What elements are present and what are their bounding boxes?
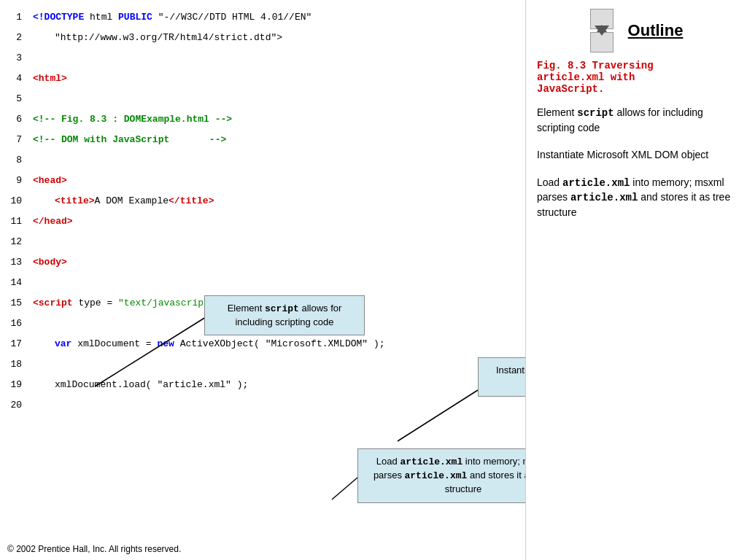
callout-script: Element script allows for including scri… [204, 295, 365, 335]
code-line-9: 9 <head> [0, 171, 525, 191]
line-content: <!DOCTYPE html PUBLIC "-//W3C//DTD HTML … [29, 7, 525, 28]
code-line-17: 17 var xmlDocument = new ActiveXObject( … [0, 334, 525, 354]
line-number: 2 [0, 28, 29, 48]
code-line-10: 10 <title>A DOM Example</title> [0, 191, 525, 211]
line-content: <html> [29, 69, 525, 89]
outline-item-1: Element script allows for including scri… [537, 106, 736, 135]
line-number: 10 [0, 191, 29, 211]
code-line-18: 18 [0, 354, 525, 375]
nav-down-button[interactable] [590, 32, 614, 52]
fig-caption-line3: JavaScript. [537, 83, 604, 95]
line-number: 7 [0, 130, 29, 150]
line-number: 14 [0, 273, 29, 293]
svg-line-2 [332, 478, 357, 499]
line-content: var xmlDocument = new ActiveXObject( "Mi… [29, 334, 525, 354]
outline-panel: Outline Fig. 8.3 Traversing article.xml … [525, 0, 747, 560]
line-number: 3 [0, 48, 29, 69]
code-line-4: 4 <html> [0, 69, 525, 89]
outline-header: Outline [537, 7, 736, 54]
arrow-down-icon [595, 36, 609, 49]
line-number: 11 [0, 211, 29, 232]
line-content: "http://www.w3.org/TR/html4/strict.dtd"> [29, 28, 525, 48]
fig-caption-line1: Fig. 8.3 Traversing [537, 60, 654, 71]
fig-caption-line2: article.xml with [537, 71, 635, 83]
code-line-11: 11 </head> [0, 211, 525, 232]
line-number: 5 [0, 89, 29, 109]
line-number: 15 [0, 293, 29, 314]
code-line-13: 13 <body> [0, 252, 525, 273]
arrow-up-icon [595, 12, 609, 26]
outline-item-3: Load article.xml into memory; msxml pars… [537, 176, 736, 220]
outline-title: Outline [628, 21, 684, 40]
line-content: <!-- DOM with JavaScript --> [29, 130, 525, 150]
fig-caption: Fig. 8.3 Traversing article.xml with Jav… [537, 60, 736, 95]
main-container: 1 <!DOCTYPE html PUBLIC "-//W3C//DTD HTM… [0, 0, 747, 560]
line-number: 1 [0, 7, 29, 28]
line-number: 18 [0, 354, 29, 375]
line-content: <head> [29, 171, 525, 191]
line-number: 12 [0, 232, 29, 252]
code-line-14: 14 [0, 273, 525, 293]
code-line-20: 20 [0, 395, 525, 416]
code-line-7: 7 <!-- DOM with JavaScript --> [0, 130, 525, 150]
line-content: xmlDocument.load( "article.xml" ); [29, 375, 525, 395]
code-line-1: 1 <!DOCTYPE html PUBLIC "-//W3C//DTD HTM… [0, 7, 525, 28]
line-number: 8 [0, 150, 29, 171]
outline-items: Element script allows for including scri… [537, 106, 736, 220]
code-panel: 1 <!DOCTYPE html PUBLIC "-//W3C//DTD HTM… [0, 0, 525, 560]
callout-dom: Instantiate Microsoft XML DOM object [478, 357, 525, 397]
line-number: 4 [0, 69, 29, 89]
code-line-19: 19 xmlDocument.load( "article.xml" ); [0, 375, 525, 395]
code-line-2: 2 "http://www.w3.org/TR/html4/strict.dtd… [0, 28, 525, 48]
outline-item-2: Instantiate Microsoft XML DOM object [537, 148, 736, 163]
line-number: 13 [0, 252, 29, 273]
code-line-6: 6 <!-- Fig. 8.3 : DOMExample.html --> [0, 109, 525, 130]
line-number: 17 [0, 334, 29, 354]
line-number: 16 [0, 314, 29, 334]
line-content: <body> [29, 252, 525, 273]
line-number: 20 [0, 395, 29, 416]
line-number: 9 [0, 171, 29, 191]
code-line-8: 8 [0, 150, 525, 171]
code-line-5: 5 [0, 89, 525, 109]
code-line-12: 12 [0, 232, 525, 252]
callout-load: Load article.xml into memory; msxml pars… [357, 448, 525, 503]
copyright: © 2002 Prentice Hall, Inc. All rights re… [7, 544, 181, 554]
nav-arrows [590, 7, 614, 54]
code-line-3: 3 [0, 48, 525, 69]
line-content: <!-- Fig. 8.3 : DOMExample.html --> [29, 109, 525, 130]
line-number: 6 [0, 109, 29, 130]
line-content: </head> [29, 211, 525, 232]
line-content: <title>A DOM Example</title> [29, 191, 525, 211]
line-number: 19 [0, 375, 29, 395]
